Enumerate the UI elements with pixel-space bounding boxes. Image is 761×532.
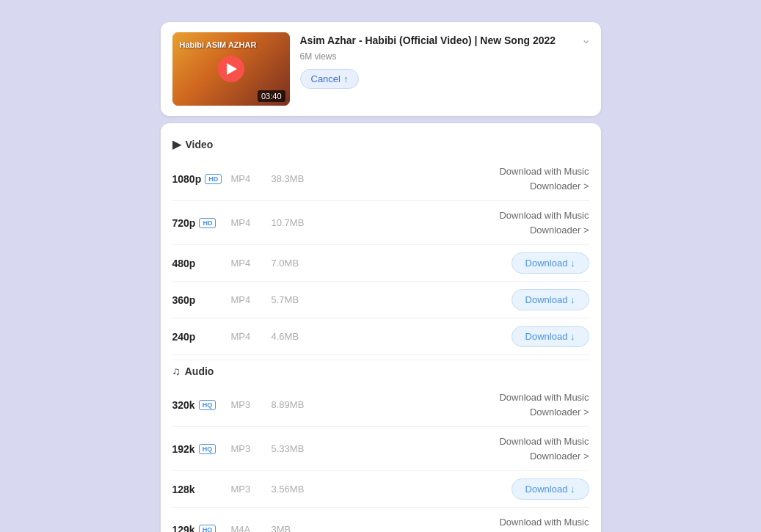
video-thumbnail: Habibi ASIM AZHAR 03:40 [172, 32, 290, 106]
format-row-128k: 128k MP3 3.56MB Download ↓ [172, 471, 589, 508]
video-info: Asim Azhar - Habibi (Official Video) | N… [300, 32, 589, 89]
audio-section-header: ♫ Audio [172, 365, 589, 377]
cancel-label: Cancel [311, 73, 341, 84]
quality-cell-720p: 720p HD [172, 217, 231, 229]
size-cell-480p: 7.0MB [272, 258, 327, 269]
format-cell-192k: MP3 [231, 443, 272, 454]
hd-badge-720p: HD [199, 218, 216, 228]
quality-cell-320k: 320k HQ [172, 399, 231, 411]
download-link-192k[interactable]: Download with MusicDownloader > [499, 434, 589, 463]
hd-badge-1080p: HD [205, 174, 222, 184]
format-cell-360p: MP4 [231, 294, 272, 305]
action-cell-320k: Download with MusicDownloader > [327, 390, 589, 419]
action-cell-480p: Download ↓ [327, 252, 589, 274]
quality-cell-128k: 128k [172, 484, 231, 495]
video-section-icon: ▶ [172, 138, 181, 151]
audio-section-icon: ♫ [172, 365, 181, 377]
hq-badge-320k: HQ [199, 400, 216, 410]
download-button-240p[interactable]: Download ↓ [511, 326, 589, 347]
action-cell-192k: Download with MusicDownloader > [327, 434, 589, 463]
download-button-480p[interactable]: Download ↓ [511, 252, 589, 274]
size-cell-320k: 8.89MB [272, 399, 327, 410]
quality-label-240p: 240p [172, 331, 196, 343]
video-card: Habibi ASIM AZHAR 03:40 Asim Azhar - Hab… [161, 22, 601, 116]
play-icon[interactable] [218, 56, 244, 82]
video-section-header: ▶ Video [172, 138, 589, 151]
action-cell-1080p: Download with MusicDownloader > [327, 164, 589, 193]
play-triangle [227, 63, 237, 75]
video-title: Asim Azhar - Habibi (Official Video) | N… [300, 34, 589, 48]
audio-section-label: Audio [185, 365, 214, 377]
cancel-button[interactable]: Cancel ↑ [300, 69, 360, 89]
size-cell-240p: 4.6MB [272, 331, 327, 342]
thumbnail-text: Habibi ASIM AZHAR [180, 40, 257, 50]
action-cell-128k: Download ↓ [327, 478, 589, 500]
quality-cell-480p: 480p [172, 258, 231, 269]
action-cell-360p: Download ↓ [327, 289, 589, 310]
size-cell-720p: 10.7MB [272, 217, 327, 228]
format-cell-480p: MP4 [231, 258, 272, 269]
quality-label-1080p: 1080p [172, 173, 202, 185]
format-cell-720p: MP4 [231, 217, 272, 228]
quality-label-128k: 128k [172, 484, 195, 495]
action-cell-240p: Download ↓ [327, 326, 589, 347]
format-cell-320k: MP3 [231, 399, 272, 410]
video-section-label: Video [186, 139, 214, 150]
quality-label-192k: 192k [172, 443, 195, 455]
download-link-129k[interactable]: Download with MusicDownloader > [499, 515, 589, 532]
quality-cell-1080p: 1080p HD [172, 173, 231, 185]
quality-label-480p: 480p [172, 258, 196, 269]
size-cell-360p: 5.7MB [272, 294, 327, 305]
downloads-panel: ▶ Video 1080p HD MP4 38.3MB Download wit… [161, 123, 601, 532]
format-row-320k: 320k HQ MP3 8.89MB Download with MusicDo… [172, 383, 589, 427]
size-cell-129k: 3MB [272, 524, 327, 532]
quality-cell-192k: 192k HQ [172, 443, 231, 455]
main-container: Habibi ASIM AZHAR 03:40 Asim Azhar - Hab… [161, 22, 601, 532]
quality-label-320k: 320k [172, 399, 195, 411]
format-cell-129k: M4A [231, 524, 272, 532]
chevron-down-icon[interactable]: ⌄ [581, 32, 591, 46]
download-button-128k[interactable]: Download ↓ [511, 478, 589, 500]
duration-badge: 03:40 [258, 90, 285, 102]
download-button-360p[interactable]: Download ↓ [511, 289, 589, 310]
cancel-upload-icon: ↑ [343, 73, 349, 84]
format-row-1080p: 1080p HD MP4 38.3MB Download with MusicD… [172, 157, 589, 201]
size-cell-1080p: 38.3MB [272, 173, 327, 184]
quality-label-720p: 720p [172, 217, 196, 229]
download-link-320k[interactable]: Download with MusicDownloader > [499, 390, 589, 419]
format-cell-1080p: MP4 [231, 173, 272, 184]
quality-cell-240p: 240p [172, 331, 231, 343]
format-row-480p: 480p MP4 7.0MB Download ↓ [172, 245, 589, 282]
download-link-720p[interactable]: Download with MusicDownloader > [499, 208, 589, 237]
hq-badge-192k: HQ [199, 444, 216, 454]
quality-label-360p: 360p [172, 294, 196, 306]
quality-cell-129k: 129k HQ [172, 524, 231, 533]
video-views: 6M views [300, 51, 589, 62]
quality-label-129k: 129k [172, 524, 195, 533]
format-row-360p: 360p MP4 5.7MB Download ↓ [172, 282, 589, 318]
action-cell-720p: Download with MusicDownloader > [327, 208, 589, 237]
format-cell-128k: MP3 [231, 484, 272, 495]
hq-badge-129k: HQ [199, 525, 216, 533]
format-row-192k: 192k HQ MP3 5.33MB Download with MusicDo… [172, 427, 589, 471]
format-row-129k: 129k HQ M4A 3MB Download with MusicDownl… [172, 508, 589, 532]
size-cell-192k: 5.33MB [272, 443, 327, 454]
quality-cell-360p: 360p [172, 294, 231, 306]
section-divider [172, 360, 589, 360]
format-row-240p: 240p MP4 4.6MB Download ↓ [172, 318, 589, 355]
format-cell-240p: MP4 [231, 331, 272, 342]
size-cell-128k: 3.56MB [272, 484, 327, 495]
action-cell-129k: Download with MusicDownloader > [327, 515, 589, 532]
format-row-720p: 720p HD MP4 10.7MB Download with MusicDo… [172, 201, 589, 245]
download-link-1080p[interactable]: Download with MusicDownloader > [499, 164, 589, 193]
